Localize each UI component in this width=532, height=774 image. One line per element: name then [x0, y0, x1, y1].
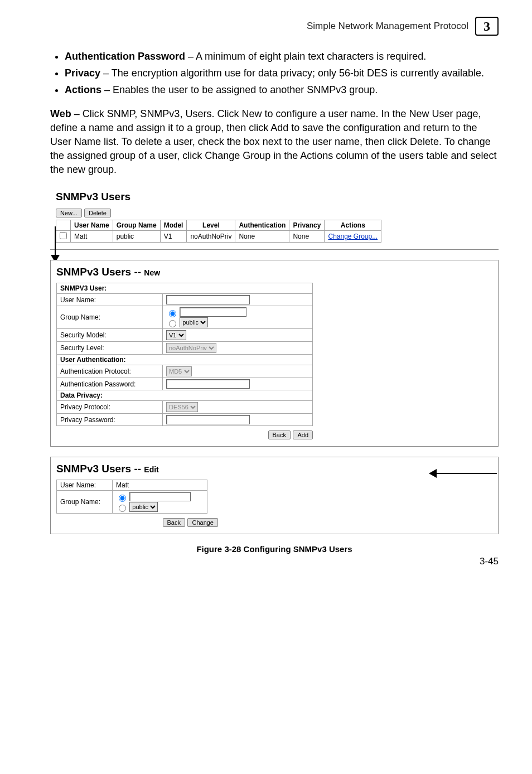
bullet-term: Actions: [65, 84, 101, 95]
table-row: Matt public V1 noAuthNoPriv None None Ch…: [56, 231, 381, 243]
edit-user-form: User Name: Matt Group Name: public: [56, 480, 207, 514]
title-sub: Edit: [144, 465, 158, 474]
group-name-select[interactable]: public: [180, 317, 208, 327]
group-name-select[interactable]: public: [129, 502, 158, 512]
change-button[interactable]: Change: [187, 518, 218, 527]
label-security-model: Security Model:: [57, 329, 163, 342]
section-privacy-header: Data Privacy:: [57, 390, 313, 401]
bullet-term: Authentication Password: [65, 51, 185, 62]
panel-title: SNMPv3 Users -- Edit: [56, 463, 492, 475]
label-group-name: Group Name:: [57, 306, 163, 329]
users-table: User Name Group Name Model Level Authent…: [56, 220, 381, 243]
col-checkbox: [56, 220, 71, 231]
group-name-radio-text[interactable]: [169, 310, 176, 317]
bullet-privacy: Privacy – The encryption algorithm use f…: [65, 66, 499, 80]
screenshot-users-edit: SNMPv3 Users -- Edit User Name: Matt Gro…: [50, 457, 499, 534]
col-level: Level: [187, 220, 235, 231]
web-instructions-paragraph: Web – Click SNMP, SNMPv3, Users. Click N…: [50, 107, 499, 176]
cell-privancy: None: [289, 231, 325, 243]
col-actions: Actions: [325, 220, 381, 231]
cell-authentication: None: [235, 231, 289, 243]
security-level-select[interactable]: noAuthNoPriv: [166, 343, 216, 353]
bullet-term: Privacy: [65, 67, 100, 79]
cell-group-name: public: [113, 231, 160, 243]
screenshot-users-list: SNMPv3 Users New... Delete User Name Gro…: [50, 185, 499, 250]
title-sub: New: [144, 268, 160, 277]
label-user-name: User Name:: [57, 294, 163, 306]
col-model: Model: [160, 220, 187, 231]
web-lead: Web: [50, 108, 71, 119]
section-auth-header: User Authentication:: [57, 355, 313, 365]
bullet-desc: – Enables the user to be assigned to ano…: [101, 84, 378, 95]
bullet-auth-password: Authentication Password – A minimum of e…: [65, 49, 499, 64]
user-name-input[interactable]: [166, 295, 250, 304]
page-number: 3-45: [480, 556, 499, 567]
back-button[interactable]: Back: [163, 518, 185, 527]
value-user-name: Matt: [113, 480, 207, 491]
title-main: SNMPv3 Users --: [56, 463, 144, 475]
col-user-name: User Name: [71, 220, 113, 231]
security-model-select[interactable]: V1: [166, 330, 186, 340]
title-main: SNMPv3 Users --: [56, 266, 144, 278]
figure-caption: Figure 3-28 Configuring SNMPv3 Users: [50, 544, 499, 554]
group-name-text-input[interactable]: [180, 307, 246, 317]
section-title: Simple Network Management Protocol: [307, 21, 468, 32]
cell-model: V1: [160, 231, 187, 243]
label-group-name: Group Name:: [57, 491, 113, 514]
cell-user-name: Matt: [71, 231, 113, 243]
back-button[interactable]: Back: [268, 430, 291, 439]
cell-level: noAuthNoPriv: [187, 231, 235, 243]
page-header: Simple Network Management Protocol 3: [50, 17, 499, 36]
chapter-number-badge: 3: [475, 17, 499, 36]
bullet-desc: – The encryption algorithm use for data …: [100, 67, 484, 79]
panel-title: SNMPv3 Users -- New: [56, 266, 492, 278]
col-authentication: Authentication: [235, 220, 289, 231]
delete-button[interactable]: Delete: [84, 209, 111, 217]
group-name-text-input[interactable]: [129, 492, 191, 501]
label-priv-password: Privacy Password:: [57, 414, 163, 426]
section-user-header: SNMPV3 User:: [57, 283, 313, 294]
new-user-form: SNMPV3 User: User Name: Group Name: publ…: [56, 283, 313, 426]
screenshot-users-new: SNMPv3 Users -- New SNMPV3 User: User Na…: [50, 260, 499, 447]
priv-protocol-select[interactable]: DES56: [166, 402, 198, 412]
label-priv-protocol: Privacy Protocol:: [57, 401, 163, 414]
auth-protocol-select[interactable]: MD5: [166, 366, 192, 376]
row-checkbox[interactable]: [60, 232, 67, 239]
panel-title: SNMPv3 Users: [56, 191, 493, 203]
add-button[interactable]: Add: [293, 430, 313, 439]
label-auth-protocol: Authentication Protocol:: [57, 365, 163, 378]
new-button[interactable]: New...: [56, 209, 82, 217]
web-body: – Click SNMP, SNMPv3, Users. Click New t…: [50, 108, 496, 175]
priv-password-input[interactable]: [166, 415, 250, 424]
change-group-link[interactable]: Change Group...: [328, 233, 378, 240]
bullet-actions: Actions – Enables the user to be assigne…: [65, 83, 499, 97]
col-privancy: Privancy: [289, 220, 325, 231]
label-auth-password: Authentication Password:: [57, 378, 163, 390]
label-security-level: Security Level:: [57, 342, 163, 355]
col-group-name: Group Name: [113, 220, 160, 231]
group-name-radio-select[interactable]: [169, 320, 176, 327]
auth-password-input[interactable]: [166, 379, 250, 389]
group-name-radio-select[interactable]: [119, 505, 126, 512]
bullet-desc: – A minimum of eight plain text characte…: [185, 51, 426, 62]
definition-list: Authentication Password – A minimum of e…: [50, 49, 499, 97]
label-user-name: User Name:: [57, 480, 113, 491]
group-name-radio-text[interactable]: [119, 495, 126, 502]
